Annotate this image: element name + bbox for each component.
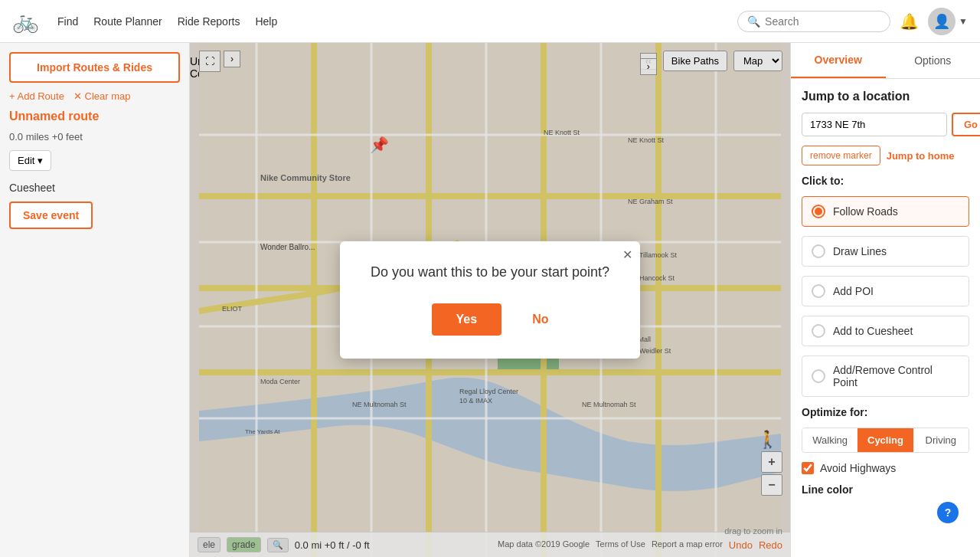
dialog-no-button[interactable]: No [532, 303, 548, 336]
tab-options[interactable]: Options [886, 43, 981, 78]
nav-route-planner[interactable]: Route Planner [93, 15, 162, 28]
bell-icon[interactable]: 🔔 [900, 12, 919, 31]
radio-add-poi [812, 284, 825, 298]
radio-draw-lines [812, 244, 825, 258]
nav-right: 🔍 🔔 👤 ▼ [737, 8, 968, 35]
dropdown-arrow-icon: ▾ [38, 155, 43, 166]
dialog-box: ✕ Do you want this to be your start poin… [340, 241, 640, 359]
right-content: Jump to a location Go remove marker Jump… [791, 79, 980, 506]
option-draw-lines[interactable]: Draw Lines [802, 236, 969, 267]
cuesheet-label[interactable]: Cuesheet [9, 182, 180, 194]
dialog-buttons: Yes No [371, 303, 609, 336]
left-panel: Import Routes & Rides + Add Route ✕ Clea… [0, 43, 190, 557]
avatar: 👤 [928, 8, 956, 35]
search-input[interactable] [765, 15, 880, 28]
clear-map-button[interactable]: ✕ Clear map [74, 90, 131, 102]
nav-ride-reports[interactable]: Ride Reports [178, 15, 240, 28]
optimize-walking[interactable]: Walking [802, 428, 858, 452]
logo[interactable]: 🚲 [12, 8, 39, 34]
radio-follow-roads [812, 205, 825, 218]
option-follow-roads[interactable]: Follow Roads [802, 196, 969, 227]
add-poi-label: Add POI [833, 285, 874, 297]
option-add-cuesheet[interactable]: Add to Cuesheet [802, 316, 969, 346]
route-name: Unnamed route [9, 110, 180, 123]
jump-location-input[interactable] [802, 113, 947, 136]
dialog-overlay: ✕ Do you want this to be your start poin… [190, 43, 790, 557]
click-to-label: Click to: [802, 175, 969, 187]
avoid-highways-row: Avoid Highways [802, 462, 969, 474]
option-control-point[interactable]: Add/Remove Control Point [802, 355, 969, 397]
control-point-label: Add/Remove Control Point [833, 364, 959, 388]
dialog-question: Do you want this to be your start point? [371, 264, 609, 280]
right-panel: Overview Options Jump to a location Go r… [790, 43, 980, 557]
right-tabs: Overview Options [791, 43, 980, 79]
edit-button[interactable]: Edit ▾ [9, 150, 51, 171]
nav-find[interactable]: Find [57, 15, 78, 28]
follow-roads-label: Follow Roads [833, 205, 898, 218]
map-area[interactable]: Nike Community Store Wonder Ballro... EL… [190, 43, 790, 557]
optimize-label: Optimize for: [802, 406, 969, 418]
line-color-label: Line color [802, 483, 969, 496]
optimize-driving[interactable]: Driving [913, 428, 969, 452]
route-stats: 0.0 miles +0 feet [9, 131, 180, 143]
marker-row: remove marker Jump to home [802, 146, 969, 165]
nav-help[interactable]: Help [255, 15, 277, 28]
jump-home-button[interactable]: Jump to home [887, 150, 955, 162]
optimize-buttons: Walking Cycling Driving [802, 428, 969, 453]
avoid-highways-label: Avoid Highways [820, 462, 896, 474]
import-routes-button[interactable]: Import Routes & Rides [9, 52, 180, 83]
avatar-wrap[interactable]: 👤 ▼ [928, 8, 968, 35]
dialog-close-button[interactable]: ✕ [622, 247, 632, 262]
radio-dot [815, 208, 822, 215]
search-box[interactable]: 🔍 [737, 11, 890, 32]
go-button[interactable]: Go [952, 113, 980, 136]
avoid-highways-checkbox[interactable] [802, 462, 814, 474]
add-cuesheet-label: Add to Cuesheet [833, 325, 913, 337]
search-icon: 🔍 [747, 15, 760, 28]
chevron-down-icon: ▼ [959, 16, 968, 27]
help-button[interactable]: ? [937, 502, 959, 523]
nav-links: Find Route Planner Ride Reports Help [57, 15, 277, 28]
top-nav: 🚲 Find Route Planner Ride Reports Help 🔍… [0, 0, 980, 43]
dialog-yes-button[interactable]: Yes [432, 303, 502, 336]
jump-input-row: Go [802, 113, 969, 136]
radio-control-point [812, 369, 825, 383]
radio-add-cuesheet [812, 324, 825, 338]
edit-wrap: Edit ▾ [9, 150, 180, 171]
optimize-cycling[interactable]: Cycling [858, 428, 913, 452]
tab-overview[interactable]: Overview [791, 43, 886, 78]
jump-location-title: Jump to a location [802, 90, 969, 103]
main-layout: Import Routes & Rides + Add Route ✕ Clea… [0, 43, 980, 557]
add-route-button[interactable]: + Add Route [9, 90, 64, 102]
save-event-button[interactable]: Save event [9, 202, 93, 229]
option-add-poi[interactable]: Add POI [802, 276, 969, 306]
route-actions: + Add Route ✕ Clear map [9, 90, 180, 102]
draw-lines-label: Draw Lines [833, 245, 887, 257]
remove-marker-button[interactable]: remove marker [802, 146, 880, 165]
